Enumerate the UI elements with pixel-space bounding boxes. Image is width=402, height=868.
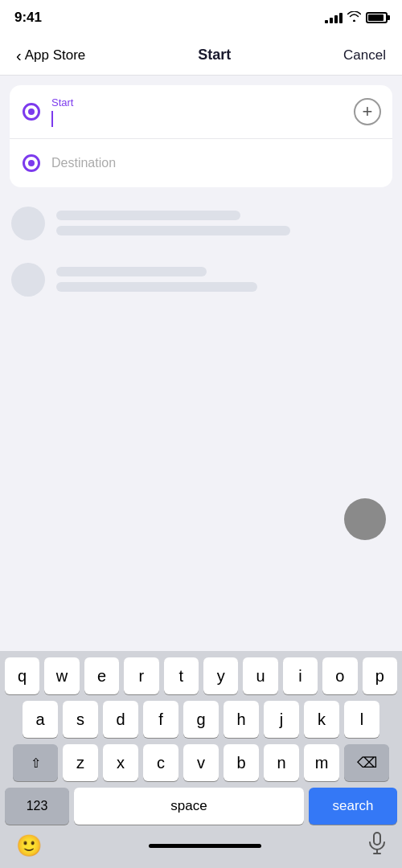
key-y[interactable]: y: [203, 657, 238, 694]
main-content: Start + Destination: [0, 85, 402, 316]
destination-placeholder: Destination: [51, 156, 116, 170]
status-time: 9:41: [14, 10, 42, 26]
back-chevron-icon: ‹: [16, 47, 22, 63]
key-c[interactable]: c: [143, 744, 178, 781]
shift-key[interactable]: ⇧: [13, 744, 58, 781]
key-o[interactable]: o: [322, 657, 357, 694]
mic-button[interactable]: [368, 832, 386, 859]
loading-avatar-1: [11, 207, 45, 240]
key-g[interactable]: g: [183, 701, 219, 738]
key-t[interactable]: t: [164, 657, 199, 694]
key-z[interactable]: z: [63, 744, 98, 781]
key-n[interactable]: n: [264, 744, 299, 781]
status-bar: 9:41: [0, 0, 402, 35]
key-u[interactable]: u: [243, 657, 277, 694]
key-w[interactable]: w: [44, 657, 79, 694]
loading-line-2a: [56, 267, 207, 276]
keyboard: q w e r t y u i o p a s d f g h j k l ⇧ …: [0, 651, 402, 868]
start-label: Start: [51, 96, 379, 109]
cancel-button[interactable]: Cancel: [343, 47, 386, 63]
loading-avatar-2: [11, 263, 45, 297]
back-button[interactable]: ‹ App Store: [16, 47, 85, 63]
loading-item-2: [11, 252, 391, 308]
loading-line-1b: [56, 226, 290, 235]
keyboard-bottom-bar: 🙂: [5, 825, 397, 863]
text-cursor: [51, 111, 53, 127]
key-d[interactable]: d: [103, 701, 138, 738]
key-s[interactable]: s: [63, 701, 98, 738]
key-i[interactable]: i: [283, 657, 318, 694]
destination-row[interactable]: Destination: [10, 139, 392, 187]
key-q[interactable]: q: [5, 657, 39, 694]
key-x[interactable]: x: [103, 744, 138, 781]
wifi-icon: [347, 11, 361, 24]
back-label: App Store: [25, 47, 86, 63]
key-e[interactable]: e: [84, 657, 119, 694]
loading-item-1: [11, 195, 391, 252]
loading-results: [0, 187, 402, 316]
status-icons: [325, 11, 388, 24]
loading-line-2b: [56, 282, 257, 292]
key-l[interactable]: l: [344, 701, 379, 738]
keyboard-rows: q w e r t y u i o p a s d f g h j k l ⇧ …: [5, 657, 397, 825]
signal-icon: [325, 12, 343, 23]
key-b[interactable]: b: [224, 744, 259, 781]
battery-icon: [366, 12, 388, 23]
backspace-key[interactable]: ⌫: [344, 744, 389, 781]
key-row-2: a s d f g h j k l: [5, 701, 397, 738]
loading-lines-2: [56, 267, 391, 292]
key-p[interactable]: p: [363, 657, 397, 694]
nav-title: Start: [198, 47, 231, 63]
emoji-button[interactable]: 🙂: [16, 833, 42, 858]
key-h[interactable]: h: [224, 701, 259, 738]
home-indicator: [149, 844, 261, 848]
key-m[interactable]: m: [304, 744, 339, 781]
route-card: Start + Destination: [10, 85, 392, 187]
key-row-4: 123 space search: [5, 788, 397, 825]
loading-lines-1: [56, 211, 391, 235]
key-v[interactable]: v: [183, 744, 219, 781]
add-stop-button[interactable]: +: [354, 98, 381, 125]
start-row[interactable]: Start +: [10, 85, 392, 139]
space-key[interactable]: space: [74, 788, 304, 825]
nav-bar: ‹ App Store Start Cancel: [0, 35, 402, 76]
key-f[interactable]: f: [143, 701, 178, 738]
key-j[interactable]: j: [264, 701, 299, 738]
key-r[interactable]: r: [124, 657, 158, 694]
key-row-3: ⇧ z x c v b n m ⌫: [5, 744, 397, 781]
start-dot: [23, 103, 40, 121]
key-row-1: q w e r t y u i o p: [5, 657, 397, 694]
search-key[interactable]: search: [309, 788, 397, 825]
key-a[interactable]: a: [23, 701, 58, 738]
svg-rect-0: [374, 833, 380, 845]
destination-dot: [23, 154, 40, 172]
start-input-area[interactable]: Start: [51, 96, 379, 127]
key-k[interactable]: k: [304, 701, 339, 738]
loading-line-1a: [56, 211, 240, 220]
numbers-key[interactable]: 123: [5, 788, 69, 825]
location-button[interactable]: [344, 498, 386, 540]
